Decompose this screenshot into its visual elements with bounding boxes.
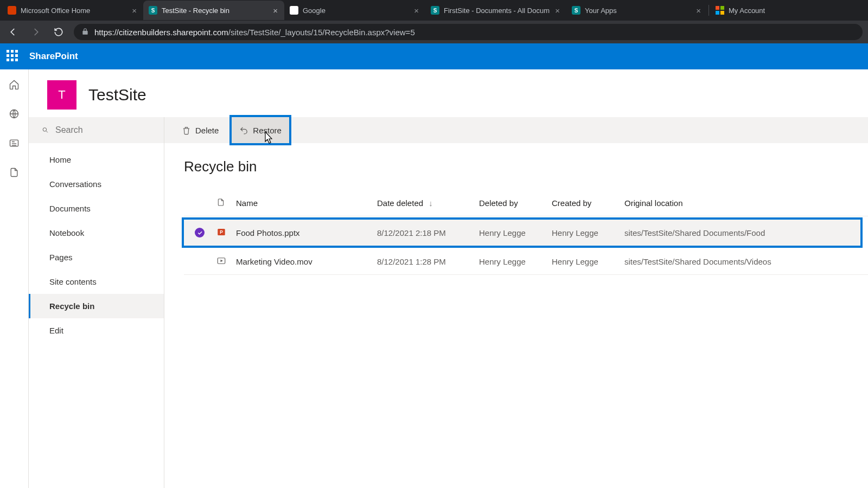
page-title: Recycle bin <box>184 158 868 175</box>
tab-title: Your Apps <box>585 7 692 15</box>
svg-rect-0 <box>716 6 719 10</box>
powerpoint-file-icon: P <box>216 227 236 239</box>
sort-descending-icon: ↓ <box>429 198 433 208</box>
browser-tab[interactable]: S FirstSite - Documents - All Docum × <box>425 1 566 20</box>
cell-original-location: sites/TestSite/Shared Documents/Food <box>624 228 860 237</box>
browser-tab[interactable]: My Account <box>710 1 819 20</box>
content-row: Home Conversations Documents Notebook Pa… <box>29 143 868 488</box>
app-body: T TestSite Delete Restore <box>0 69 868 488</box>
nav-recycle-bin[interactable]: Recycle bin <box>29 294 164 318</box>
tab-separator <box>709 5 709 16</box>
close-icon[interactable]: × <box>132 6 137 15</box>
search-box[interactable] <box>29 117 164 143</box>
globe-icon[interactable] <box>9 108 20 121</box>
tab-title: Google <box>303 7 410 15</box>
close-icon[interactable]: × <box>414 6 419 15</box>
site-header: T TestSite <box>29 69 868 117</box>
close-icon[interactable]: × <box>273 6 278 15</box>
tab-title: My Account <box>729 7 812 15</box>
restore-highlight: Restore <box>229 115 291 145</box>
url-text: https://citizenbuilders.sharepoint.com/s… <box>94 28 415 37</box>
browser-chrome: Microsoft Office Home × S TestSite - Rec… <box>0 0 868 43</box>
lock-icon <box>81 28 89 37</box>
nav-conversations[interactable]: Conversations <box>29 172 164 196</box>
tab-title: Microsoft Office Home <box>21 7 127 15</box>
favicon-office-icon <box>8 6 16 15</box>
app-launcher-icon[interactable] <box>7 50 20 63</box>
site-title[interactable]: TestSite <box>88 86 146 104</box>
file-name: Marketing Video.mov <box>236 257 377 266</box>
cell-original-location: sites/TestSite/Shared Documents/Videos <box>624 257 863 266</box>
address-bar: https://citizenbuilders.sharepoint.com/s… <box>0 21 868 43</box>
favicon-sharepoint-icon: S <box>149 6 157 15</box>
browser-tab[interactable]: S TestSite - Recycle bin × <box>143 1 284 20</box>
browser-tab[interactable]: S Your Apps × <box>566 1 707 20</box>
cell-deleted-by: Henry Legge <box>479 228 552 237</box>
column-created-by[interactable]: Created by <box>552 198 624 208</box>
file-name: Food Photos.pptx <box>236 228 377 237</box>
column-date-deleted[interactable]: Date deleted ↓ <box>377 198 479 208</box>
browser-tab[interactable]: G Google × <box>284 1 425 20</box>
nav-pages[interactable]: Pages <box>29 245 164 269</box>
files-icon[interactable] <box>9 167 20 180</box>
reload-button[interactable] <box>51 24 66 40</box>
file-type-column-icon[interactable] <box>216 198 236 208</box>
left-rail <box>0 69 29 488</box>
page-content: Recycle bin Name Date deleted ↓ Deleted … <box>164 143 868 488</box>
command-bar-row: Delete Restore <box>29 117 868 143</box>
trash-icon <box>182 126 191 135</box>
back-button[interactable] <box>5 24 21 40</box>
nav-edit[interactable]: Edit <box>29 318 164 343</box>
delete-button[interactable]: Delete <box>174 117 226 143</box>
suite-product-name[interactable]: SharePoint <box>29 51 78 62</box>
delete-label: Delete <box>195 126 219 135</box>
cell-created-by: Henry Legge <box>552 257 624 266</box>
restore-button[interactable]: Restore <box>232 117 289 143</box>
home-icon[interactable] <box>9 79 20 92</box>
svg-rect-3 <box>720 11 724 15</box>
command-bar: Delete Restore <box>164 117 868 143</box>
column-deleted-by[interactable]: Deleted by <box>479 198 552 208</box>
search-icon <box>42 125 49 135</box>
nav-notebook[interactable]: Notebook <box>29 221 164 245</box>
svg-rect-2 <box>716 11 719 15</box>
cell-deleted-by: Henry Legge <box>479 257 552 266</box>
nav-site-contents[interactable]: Site contents <box>29 269 164 294</box>
favicon-microsoft-icon <box>716 6 724 15</box>
close-icon[interactable]: × <box>555 6 560 15</box>
favicon-google-icon: G <box>290 6 298 15</box>
selected-row-highlight: P Food Photos.pptx 8/12/2021 2:18 PM Hen… <box>182 217 863 248</box>
undo-icon <box>239 126 248 135</box>
search-input[interactable] <box>55 125 164 135</box>
tab-strip: Microsoft Office Home × S TestSite - Rec… <box>0 0 868 21</box>
table-row[interactable]: P Food Photos.pptx 8/12/2021 2:18 PM Hen… <box>184 220 860 246</box>
svg-rect-1 <box>720 6 724 10</box>
column-original-location[interactable]: Original location <box>624 198 868 208</box>
nav-home[interactable]: Home <box>29 147 164 172</box>
site-logo[interactable]: T <box>47 80 76 110</box>
tab-title: FirstSite - Documents - All Docum <box>444 7 551 15</box>
favicon-sharepoint-icon: S <box>431 6 439 15</box>
row-selected-check-icon[interactable] <box>195 228 205 237</box>
table-row[interactable]: Marketing Video.mov 8/12/2021 1:28 PM He… <box>184 249 868 275</box>
table-header: Name Date deleted ↓ Deleted by Created b… <box>184 190 868 216</box>
tab-title: TestSite - Recycle bin <box>162 7 269 15</box>
site-nav: Home Conversations Documents Notebook Pa… <box>29 143 164 488</box>
close-icon[interactable]: × <box>696 6 701 15</box>
restore-label: Restore <box>253 126 282 135</box>
cell-created-by: Henry Legge <box>552 228 624 237</box>
cell-date-deleted: 8/12/2021 1:28 PM <box>377 257 479 266</box>
video-file-icon <box>216 256 236 267</box>
browser-tab[interactable]: Microsoft Office Home × <box>2 1 143 20</box>
forward-button[interactable] <box>28 24 43 40</box>
svg-text:P: P <box>220 230 223 235</box>
column-name[interactable]: Name <box>236 198 377 208</box>
news-icon[interactable] <box>9 138 20 151</box>
site-area: T TestSite Delete Restore <box>29 69 868 488</box>
suite-header: SharePoint <box>0 43 868 69</box>
cell-date-deleted: 8/12/2021 2:18 PM <box>377 228 479 237</box>
svg-point-6 <box>43 128 47 132</box>
nav-documents[interactable]: Documents <box>29 196 164 221</box>
url-field[interactable]: https://citizenbuilders.sharepoint.com/s… <box>74 24 863 40</box>
favicon-sharepoint-icon: S <box>572 6 580 15</box>
